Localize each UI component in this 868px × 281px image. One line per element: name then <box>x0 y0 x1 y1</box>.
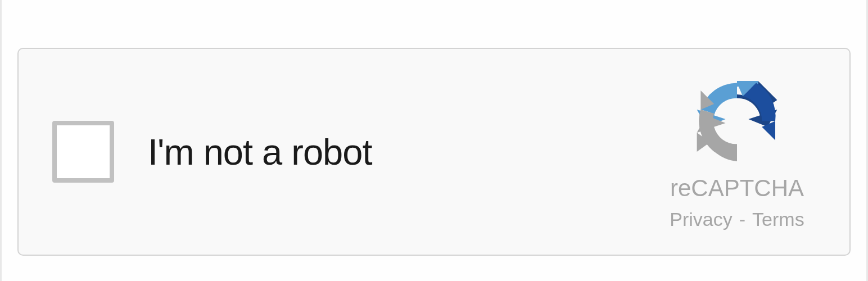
recaptcha-brand-text: reCAPTCHA <box>670 175 804 202</box>
recaptcha-privacy-link[interactable]: Privacy <box>670 209 732 230</box>
recaptcha-widget: I'm not a robot <box>17 48 851 256</box>
recaptcha-terms-link[interactable]: Terms <box>752 209 804 230</box>
link-separator: - <box>739 209 745 230</box>
recaptcha-branding: reCAPTCHA Privacy - Terms <box>658 74 816 230</box>
recaptcha-label: I'm not a robot <box>148 131 372 173</box>
page-container: I'm not a robot <box>0 0 868 281</box>
recaptcha-links: Privacy - Terms <box>670 209 804 230</box>
recaptcha-checkbox[interactable] <box>52 121 114 183</box>
recaptcha-logo-icon <box>684 74 790 169</box>
